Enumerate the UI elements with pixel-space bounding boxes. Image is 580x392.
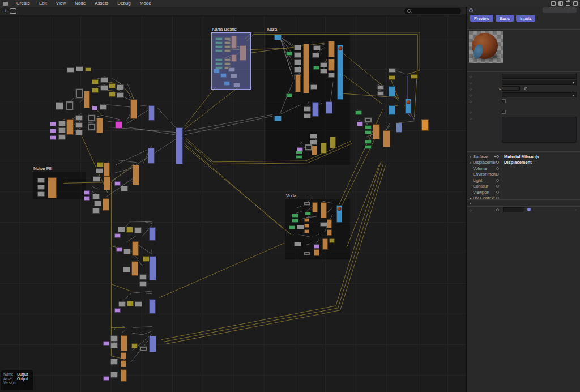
graph-node[interactable]: [117, 84, 124, 90]
graph-node[interactable]: [310, 84, 317, 90]
input-port-icon[interactable]: [496, 185, 499, 188]
input-port-icon[interactable]: [496, 173, 499, 176]
graph-node[interactable]: [304, 202, 310, 206]
graph-node[interactable]: [312, 146, 317, 155]
graph-node[interactable]: [100, 77, 108, 83]
graph-node[interactable]: [314, 244, 319, 249]
graph-node[interactable]: [92, 208, 100, 214]
menu-node[interactable]: Node: [70, 0, 90, 7]
graph-node[interactable]: [139, 346, 147, 351]
key-diamond-icon[interactable]: ◇: [468, 80, 473, 84]
color-picker-icon[interactable]: ✎: [523, 86, 527, 91]
graph-node[interactable]: [110, 342, 118, 348]
preset-caret-icon[interactable]: [568, 7, 577, 13]
graph-node[interactable]: [104, 163, 110, 178]
graph-node[interactable]: [320, 69, 327, 74]
graph-node[interactable]: [75, 130, 83, 135]
key-diamond-icon[interactable]: ◇: [468, 208, 473, 212]
comment-textarea[interactable]: [502, 117, 577, 143]
material-preview[interactable]: [469, 31, 503, 63]
graph-node[interactable]: [357, 122, 363, 126]
key-diamond-icon[interactable]: ◇: [468, 99, 473, 103]
graph-node[interactable]: [100, 85, 108, 91]
graph-node[interactable]: [123, 267, 130, 272]
graph-node[interactable]: [292, 214, 298, 218]
graph-node[interactable]: [149, 336, 156, 352]
graph-node[interactable]: [274, 35, 282, 40]
undock-icon[interactable]: [573, 1, 578, 6]
key-diamond-icon[interactable]: ◇: [468, 87, 473, 91]
menu-assets[interactable]: Assets: [90, 0, 113, 7]
graph-node[interactable]: [312, 202, 318, 212]
input-port-icon[interactable]: [496, 155, 499, 158]
color-swatch[interactable]: [502, 86, 520, 91]
graph-node[interactable]: [75, 88, 83, 99]
key-diamond-icon[interactable]: ◇: [468, 93, 473, 97]
graph-node[interactable]: [364, 117, 372, 123]
graph-node[interactable]: [109, 83, 116, 88]
graph-node[interactable]: [286, 93, 292, 97]
graph-node[interactable]: [286, 52, 292, 56]
options-header[interactable]: ▾: [467, 199, 580, 207]
graph-node[interactable]: [329, 238, 335, 243]
graph-node[interactable]: [297, 225, 304, 229]
graph-node[interactable]: [92, 194, 100, 199]
graph-node[interactable]: [294, 242, 301, 246]
graph-node[interactable]: [50, 129, 56, 133]
graph-node[interactable]: [328, 41, 335, 57]
graph-node[interactable]: [121, 335, 127, 351]
graph-node[interactable]: [305, 212, 311, 215]
graph-node[interactable]: [292, 219, 298, 223]
panel-tab-inputs[interactable]: Inputs: [516, 15, 535, 22]
graph-node[interactable]: [92, 79, 99, 84]
graph-node[interactable]: [114, 233, 121, 238]
graph-node[interactable]: [50, 135, 56, 140]
preset-dropdown[interactable]: [543, 7, 568, 13]
graph-node[interactable]: [96, 168, 103, 173]
graph-node[interactable]: [313, 66, 319, 70]
graph-node[interactable]: [109, 92, 116, 97]
expand-chevron-icon[interactable]: ▸: [468, 160, 473, 164]
lock-icon[interactable]: [566, 1, 570, 6]
graph-node[interactable]: [67, 67, 74, 73]
layout-icon[interactable]: [551, 1, 556, 6]
graph-node[interactable]: [322, 238, 328, 250]
graph-node[interactable]: [312, 53, 319, 58]
material-tab-icon[interactable]: [10, 8, 16, 14]
menu-edit[interactable]: Edit: [35, 0, 52, 7]
graph-node[interactable]: [294, 67, 301, 73]
graph-node[interactable]: [139, 281, 147, 287]
graph-node[interactable]: [330, 137, 336, 148]
panel-tab-preview[interactable]: Preview: [470, 15, 493, 22]
graph-node[interactable]: [289, 225, 295, 229]
graph-node[interactable]: [411, 74, 418, 79]
graph-node[interactable]: [321, 202, 327, 218]
graph-node[interactable]: [149, 227, 156, 241]
graph-node[interactable]: [84, 91, 90, 108]
menu-debug[interactable]: Debug: [113, 0, 135, 7]
graph-node[interactable]: [304, 113, 311, 118]
graph-node[interactable]: [84, 196, 90, 201]
graph-node[interactable]: [373, 124, 380, 139]
graph-node[interactable]: [365, 140, 372, 144]
graph-node[interactable]: [355, 110, 362, 115]
graph-node[interactable]: [93, 176, 100, 182]
node-canvas[interactable]: Karta BosneKozaVodaNoise FIll: [0, 15, 466, 392]
graph-node[interactable]: [58, 127, 66, 133]
graph-node[interactable]: [110, 359, 118, 365]
graph-node[interactable]: [121, 360, 126, 367]
graph-node[interactable]: [377, 85, 384, 90]
graph-node[interactable]: [389, 68, 396, 73]
graph-node[interactable]: [312, 102, 319, 117]
graph-node[interactable]: [48, 177, 57, 198]
input-port-icon[interactable]: [496, 191, 499, 194]
add-tab-icon[interactable]: +: [3, 7, 7, 14]
graph-node[interactable]: [103, 376, 109, 381]
graph-node[interactable]: [139, 274, 147, 280]
graph-node[interactable]: [294, 52, 301, 58]
graph-node[interactable]: [148, 148, 155, 164]
menu-create[interactable]: Create: [12, 0, 35, 7]
input-port-icon[interactable]: [496, 179, 499, 182]
graph-node[interactable]: [274, 116, 282, 121]
ports-display-dropdown[interactable]: [502, 92, 577, 97]
